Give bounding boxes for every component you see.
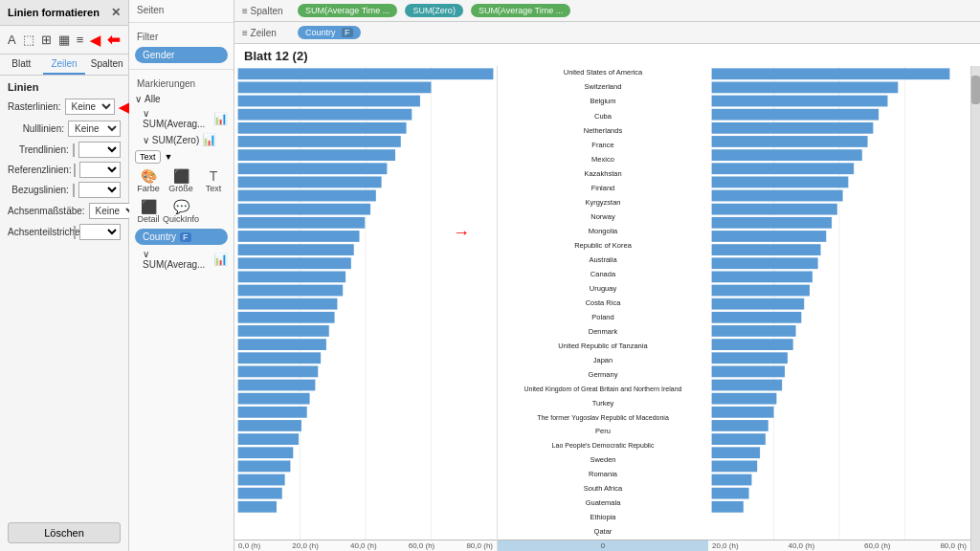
row1-pill[interactable]: Country F	[298, 26, 361, 39]
grosse-label: Größe	[168, 184, 193, 193]
svg-rect-64	[712, 380, 783, 391]
quickinfo-label: QuickInfo	[163, 214, 199, 224]
analytics-icon2[interactable]: 📊	[202, 133, 216, 146]
country-list: United States of America Switzerland Bel…	[498, 66, 708, 540]
svg-rect-35	[238, 488, 282, 499]
svg-rect-50	[712, 190, 843, 202]
left-axis-0: 0,0 (h)	[238, 541, 260, 550]
left-chart-inner[interactable]	[234, 66, 497, 540]
trendlinien-row: Trendlinien:	[0, 140, 128, 160]
referenzlinien-swatch[interactable]	[74, 164, 76, 177]
country-finland: Finland	[501, 185, 704, 192]
svg-rect-45	[712, 122, 874, 134]
country-ethiopia: Ethiopia	[501, 514, 704, 521]
tab-row: Blatt Zeilen Spalten	[0, 55, 128, 76]
left-axis-4: 80,0 (h)	[466, 541, 493, 550]
bezugslinien-label: Bezugslinien:	[8, 185, 69, 195]
trendlinien-swatch[interactable]	[73, 143, 75, 157]
svg-rect-49	[712, 177, 849, 188]
farbe-item[interactable]: 🎨 Farbe	[135, 168, 162, 193]
col2-pill[interactable]: SUM(Zero)	[405, 4, 463, 17]
grosse-item[interactable]: ⬛ Größe	[167, 168, 194, 193]
svg-rect-56	[712, 272, 813, 283]
svg-rect-8	[238, 122, 407, 134]
referenzlinien-row: Referenzlinien:	[0, 160, 128, 180]
referenzlinien-select[interactable]	[79, 162, 121, 178]
svg-rect-70	[712, 461, 758, 473]
tab-zeilen[interactable]: Zeilen	[43, 55, 86, 75]
bezugslinien-select[interactable]	[78, 182, 121, 198]
svg-rect-9	[238, 136, 401, 147]
svg-rect-43	[712, 96, 888, 107]
icon-bars[interactable]: ≡	[75, 32, 86, 48]
country-pill[interactable]: Country F	[135, 229, 228, 245]
text-item[interactable]: T Text	[200, 168, 227, 193]
right-axis-1: 20,0 (h)	[712, 541, 739, 550]
analytics-icon3[interactable]: 📊	[213, 253, 228, 266]
svg-rect-10	[238, 149, 395, 161]
sum-averg2-item[interactable]: ∨ SUM(Averag... 📊	[129, 247, 234, 272]
text-item-label: Text	[206, 184, 222, 193]
icon-a[interactable]: A	[6, 32, 18, 48]
svg-rect-31	[238, 433, 299, 445]
referenzlinien-label: Referenzlinien:	[8, 165, 70, 175]
country-costarica: Costa Rica	[501, 299, 704, 307]
col3-pill[interactable]: SUM(Average Time ...	[471, 4, 570, 17]
svg-rect-73	[712, 501, 744, 513]
country-pill-label: Country	[143, 231, 176, 242]
svg-rect-42	[712, 82, 899, 94]
dropdown-arrow[interactable]: ▼	[165, 152, 173, 162]
divider2	[129, 69, 234, 70]
svg-rect-22	[238, 312, 335, 323]
achsenteilstriche-swatch[interactable]	[74, 226, 76, 239]
svg-rect-29	[238, 407, 307, 418]
col1-pill[interactable]: SUM(Average Time ...	[298, 4, 397, 17]
sum-averg1-item[interactable]: ∨ SUM(Averag... 📊	[129, 106, 234, 131]
rasterlinien-select[interactable]: Keine	[65, 99, 115, 115]
right-chart-inner[interactable]	[708, 66, 970, 540]
detail-item[interactable]: ⬛ Detail	[135, 199, 162, 224]
bezugslinien-row: Bezugslinien:	[0, 180, 128, 200]
country-japan: Japan	[501, 357, 704, 364]
svg-rect-25	[238, 352, 322, 364]
svg-rect-19	[238, 272, 345, 283]
svg-rect-65	[712, 393, 777, 405]
trendlinien-select[interactable]	[78, 142, 121, 158]
right-axis-2: 40,0 (h)	[788, 541, 814, 550]
f-badge: F	[180, 232, 191, 242]
sum-zero-label: ∨ SUM(Zero)	[143, 135, 199, 145]
svg-rect-5	[238, 82, 432, 94]
seiten-label: Seiten	[129, 0, 234, 18]
text-label[interactable]: Text	[135, 150, 161, 164]
achsenmabstabe-label: Achsenmaßstäbe:	[8, 206, 85, 216]
achsenteilstriche-select[interactable]	[79, 224, 121, 240]
svg-rect-30	[238, 420, 301, 431]
main-chart-area: ≡ Spalten SUM(Average Time ... SUM(Zero)…	[234, 0, 980, 551]
bezugslinien-swatch[interactable]	[73, 184, 75, 197]
scrollbar-thumb[interactable]	[971, 76, 980, 104]
tab-blatt[interactable]: Blatt	[0, 55, 43, 75]
loschen-button[interactable]: Löschen	[8, 522, 121, 543]
rasterlinien-label: Rasterlinien:	[8, 101, 61, 112]
right-bar-chart	[708, 66, 970, 540]
tab-spalten[interactable]: Spalten	[85, 55, 128, 75]
svg-rect-51	[712, 204, 837, 215]
vertical-scrollbar[interactable]	[970, 66, 980, 551]
close-button[interactable]: ✕	[111, 6, 121, 19]
icon-table2[interactable]: ▦	[56, 32, 72, 48]
gender-pill[interactable]: Gender	[135, 47, 228, 63]
row1-badge: F	[342, 28, 353, 37]
icon-row2: ⬛ Detail 💬 QuickInfo	[129, 196, 234, 227]
svg-rect-71	[712, 474, 752, 486]
quickinfo-item[interactable]: 💬 QuickInfo	[167, 199, 194, 224]
analytics-icon1[interactable]: 📊	[213, 112, 228, 125]
icon-font[interactable]: ⬚	[21, 32, 36, 48]
svg-rect-7	[238, 109, 412, 121]
svg-rect-53	[712, 231, 827, 242]
sum-zero-item[interactable]: ∨ SUM(Zero) 📊	[129, 131, 234, 148]
red-arrow-rasterlinien: ◀	[119, 99, 129, 115]
nulllinien-select[interactable]: Keine	[68, 121, 121, 137]
alle-item[interactable]: ∨ Alle	[129, 92, 234, 106]
svg-rect-20	[238, 285, 344, 297]
icon-table1[interactable]: ⊞	[39, 32, 54, 48]
